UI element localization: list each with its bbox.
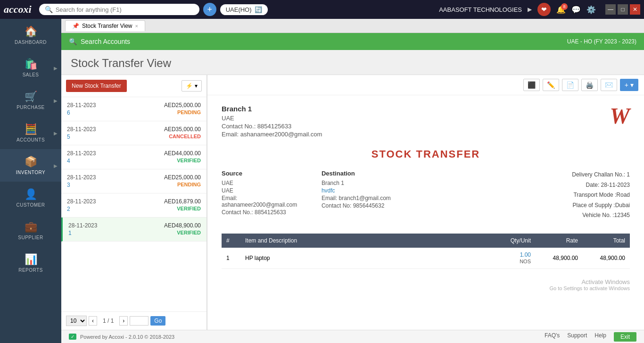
sidebar-label-customer: CUSTOMER xyxy=(16,202,45,208)
company-fy-info: UAE - HO (FY 2023 - 2023) xyxy=(567,38,636,45)
transfer-status: PENDING xyxy=(177,109,201,116)
transfer-item-selected[interactable]: 28-11-2023 AED48,900.00 1 VERIFIED xyxy=(61,218,206,242)
dest-contact: Contact No: 9856445632 xyxy=(322,202,403,209)
go-button[interactable]: Go xyxy=(150,316,165,326)
place-of-supply: Place of Supply :Dubai xyxy=(572,201,630,211)
close-button[interactable]: ✕ xyxy=(630,4,640,15)
transport-mode: Transport Mode :Road xyxy=(572,190,630,201)
transfer-id: 4 xyxy=(67,158,70,164)
transfer-status: PENDING xyxy=(177,182,201,188)
add-button[interactable]: + xyxy=(203,3,216,16)
item-rate: 48,900.00 xyxy=(536,248,583,269)
inventory-arrow: ▶ xyxy=(54,163,58,168)
inventory-icon: 📦 xyxy=(25,156,37,168)
dest-email: Email: branch1@gmail.com xyxy=(322,195,403,201)
page-title-area: Stock Transfer View xyxy=(61,50,644,75)
sales-arrow: ▶ xyxy=(54,65,58,70)
transfer-id: 2 xyxy=(67,206,70,212)
tab-bar: 📌 Stock Transfer View × xyxy=(61,19,644,33)
delivery-info: Delivery Challan No.: 1 Date: 28-11-2023… xyxy=(572,170,630,221)
transfer-item[interactable]: 28-11-2023 AED16,879.00 2 VERIFIED xyxy=(61,193,206,218)
tab-close-button[interactable]: × xyxy=(135,23,138,29)
filter-icon: ⚡ xyxy=(186,83,193,89)
dest-branch: Branch 1 xyxy=(322,180,403,186)
dest-bank: hvdfc xyxy=(322,187,403,194)
support-link[interactable]: Support xyxy=(567,332,587,342)
sidebar-item-customer[interactable]: 👤 CUSTOMER xyxy=(0,182,61,214)
document-header: Branch 1 UAE Contact No.: 8854125633 Ema… xyxy=(222,105,630,139)
reports-icon: 📊 xyxy=(25,253,37,266)
bottom-bar: ✓ Powered by Accoxi - 2.0.10 © 2018-2023… xyxy=(61,330,644,343)
sidebar-item-dashboard[interactable]: 🏠 DASHBOARD xyxy=(0,19,61,51)
sidebar-item-inventory[interactable]: 📦 INVENTORY ▶ xyxy=(0,149,61,182)
transfer-item[interactable]: 28-11-2023 AED44,000.00 4 VERIFIED xyxy=(61,145,206,169)
right-panel-toolbar: ⬛ ✏️ 📄 🖨️ ✉️ + ▾ xyxy=(207,75,644,95)
sidebar-item-supplier[interactable]: 💼 SUPPLIER xyxy=(0,214,61,247)
search-accounts-label: Search Accounts xyxy=(81,38,130,45)
sidebar-label-reports: REPORTS xyxy=(18,268,43,273)
purchase-arrow: ▶ xyxy=(54,98,58,103)
new-stock-transfer-button[interactable]: New Stock Transfer xyxy=(66,80,127,92)
transfer-status: VERIFIED xyxy=(177,230,201,236)
sidebar-item-accounts[interactable]: 🧮 ACCOUNTS ▶ xyxy=(0,117,61,149)
topbar-right: AABASOFT TECHNOLOGIES ▶ ❤ 🔔 8 💬 ⚙️ — □ ✕ xyxy=(439,3,640,16)
main-layout: 🏠 DASHBOARD 🛍️ SALES ▶ 🛒 PURCHASE ▶ 🧮 AC… xyxy=(0,19,644,343)
sidebar-item-sales[interactable]: 🛍️ SALES ▶ xyxy=(0,51,61,84)
sidebar-item-reports[interactable]: 📊 REPORTS xyxy=(0,247,61,279)
tab-stock-transfer-view[interactable]: 📌 Stock Transfer View × xyxy=(65,20,145,31)
sidebar-label-inventory: INVENTORY xyxy=(16,170,45,175)
filter-button[interactable]: ⚡ ▾ xyxy=(182,80,202,92)
sidebar-label-sales: SALES xyxy=(23,72,39,77)
refresh-icon[interactable]: 🔄 xyxy=(255,6,262,13)
pdf-button[interactable]: 📄 xyxy=(562,79,578,91)
print-button[interactable]: 🖨️ xyxy=(581,79,598,91)
avatar[interactable]: ❤ xyxy=(537,3,551,16)
transfer-item[interactable]: 28-11-2023 AED35,000.00 5 CANCELLED xyxy=(61,121,206,145)
search-input[interactable] xyxy=(56,6,178,13)
prev-page-button[interactable]: ‹ xyxy=(89,316,97,326)
maximize-button[interactable]: □ xyxy=(618,4,628,15)
page-info: 1 / 1 xyxy=(99,318,117,324)
page-number-input[interactable] xyxy=(130,316,149,326)
transfer-date: 28-11-2023 xyxy=(67,174,96,181)
exit-button[interactable]: Exit xyxy=(614,332,636,342)
transfer-list: 28-11-2023 AED25,000.00 6 PENDING 28-11-… xyxy=(61,97,206,311)
faqs-link[interactable]: FAQ's xyxy=(545,332,560,342)
company-full-name: AABASOFT TECHNOLOGIES xyxy=(439,6,522,13)
search-icon: 🔍 xyxy=(45,6,53,13)
company-selector[interactable]: UAE(HO) 🔄 xyxy=(220,4,268,15)
transfer-amount: AED48,900.00 xyxy=(164,222,201,229)
add-action-icon: + xyxy=(625,81,628,89)
page-title: Stock Transfer View xyxy=(71,57,635,70)
dest-col: Destination Branch 1 hvdfc Email: branch… xyxy=(322,170,403,217)
col-num: # xyxy=(222,234,240,248)
messages-button[interactable]: 💬 xyxy=(571,5,581,14)
transfer-date: 28-11-2023 xyxy=(67,198,96,205)
add-action-button[interactable]: + ▾ xyxy=(620,79,638,91)
transfer-status: CANCELLED xyxy=(169,134,201,140)
help-link[interactable]: Help xyxy=(594,332,606,342)
bottom-bar-right: FAQ's Support Help Exit xyxy=(545,332,636,342)
search-accounts-button[interactable]: 🔍 Search Accounts xyxy=(69,38,130,45)
source-contact: Contact No.: 8854125633 xyxy=(222,209,303,216)
col-qty: Qty/Unit xyxy=(488,234,536,248)
transfer-item[interactable]: 28-11-2023 AED25,000.00 3 PENDING xyxy=(61,169,206,193)
settings-button[interactable]: ⚙️ xyxy=(586,5,596,14)
search-box[interactable]: 🔍 xyxy=(39,4,199,15)
email-button[interactable]: ✉️ xyxy=(601,79,617,91)
page-size-select[interactable]: 10 25 50 xyxy=(66,316,87,326)
notifications-button[interactable]: 🔔 8 xyxy=(556,5,566,14)
transfer-date: 28-11-2023 xyxy=(68,222,97,229)
arrow-icon: ▶ xyxy=(528,6,532,13)
branch-name: Branch 1 xyxy=(222,105,322,113)
item-qty: 1.00 NOS xyxy=(488,248,536,269)
minimize-button[interactable]: — xyxy=(605,4,616,15)
next-page-button[interactable]: › xyxy=(119,316,128,326)
sidebar-item-purchase[interactable]: 🛒 PURCHASE ▶ xyxy=(0,84,61,117)
edit-button[interactable]: ✏️ xyxy=(543,79,559,91)
sales-icon: 🛍️ xyxy=(25,58,37,70)
view-button[interactable]: ⬛ xyxy=(523,79,540,91)
transfer-id: 6 xyxy=(67,109,70,116)
transfer-item[interactable]: 28-11-2023 AED25,000.00 6 PENDING xyxy=(61,97,206,121)
item-total: 48,900.00 xyxy=(583,248,630,269)
